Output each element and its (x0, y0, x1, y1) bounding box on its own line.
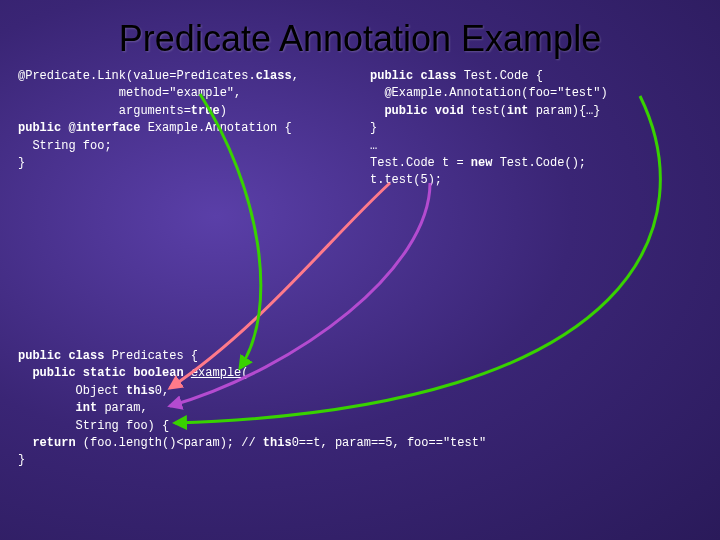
code-text: arguments= (18, 104, 191, 118)
code-text: String foo) { (18, 419, 169, 433)
code-keyword: public (32, 366, 75, 380)
slide-title: Predicate Annotation Example (0, 0, 720, 68)
code-text: Example.Annotation { (140, 121, 291, 135)
code-keyword: public (18, 349, 61, 363)
code-keyword: class (256, 69, 292, 83)
code-text: Test.Code t = (370, 156, 471, 170)
code-keyword: void (435, 104, 464, 118)
code-number: 5 (385, 436, 392, 450)
code-text: @Example.Annotation(foo= (370, 86, 557, 100)
code-text: Test.Code(); (492, 156, 586, 170)
code-keyword: static (83, 366, 126, 380)
code-text (428, 104, 435, 118)
code-text: test( (464, 104, 507, 118)
code-text: ) (600, 86, 607, 100)
code-text: ); (428, 173, 442, 187)
code-string: "test" (443, 436, 486, 450)
code-keyword: new (471, 156, 493, 170)
code-text: Predicates { (104, 349, 198, 363)
code-keyword: public (384, 104, 427, 118)
code-keyword: class (420, 69, 456, 83)
code-text: Test.Code { (456, 69, 542, 83)
code-text (370, 104, 384, 118)
code-area: @Predicate.Link(value=Predicates.class, … (0, 68, 720, 538)
right-code-block: public class Test.Code { @Example.Annota… (370, 68, 710, 190)
code-text: t.test( (370, 173, 420, 187)
code-text: } (370, 121, 377, 135)
code-text: 0==t, param== (292, 436, 386, 450)
code-keyword: this (263, 436, 292, 450)
code-method-name: example (191, 366, 241, 380)
code-text: … (370, 139, 377, 153)
code-text (184, 366, 191, 380)
code-text: @Predicate.Link(value=Predicates. (18, 69, 256, 83)
code-text: String foo; (18, 139, 112, 153)
code-text (18, 401, 76, 415)
code-text (18, 436, 32, 450)
code-text: } (18, 453, 25, 467)
code-text (76, 366, 83, 380)
bottom-code-block: public class Predicates { public static … (18, 348, 668, 470)
code-text: ) (220, 104, 227, 118)
code-text: @ (61, 121, 75, 135)
code-keyword: class (68, 349, 104, 363)
code-keyword: return (32, 436, 75, 450)
code-keyword: true (191, 104, 220, 118)
code-string: "example" (169, 86, 234, 100)
code-string: "test" (557, 86, 600, 100)
code-text: param, (97, 401, 147, 415)
code-text: , (234, 86, 241, 100)
code-keyword: int (76, 401, 98, 415)
code-text: param){…} (528, 104, 600, 118)
code-text: , (292, 69, 299, 83)
code-keyword: int (507, 104, 529, 118)
code-number: 5 (420, 173, 427, 187)
code-text (18, 366, 32, 380)
code-keyword: public (18, 121, 61, 135)
code-text: ( (241, 366, 248, 380)
code-text: (foo.length()<param); // (76, 436, 263, 450)
code-keyword: public (370, 69, 413, 83)
code-keyword: this (126, 384, 155, 398)
code-text: method= (18, 86, 169, 100)
code-text: } (18, 156, 25, 170)
code-text: 0, (155, 384, 169, 398)
code-keyword: boolean (133, 366, 183, 380)
code-keyword: interface (76, 121, 141, 135)
left-code-block: @Predicate.Link(value=Predicates.class, … (18, 68, 368, 172)
code-text: Object (18, 384, 126, 398)
code-text: , foo== (393, 436, 443, 450)
